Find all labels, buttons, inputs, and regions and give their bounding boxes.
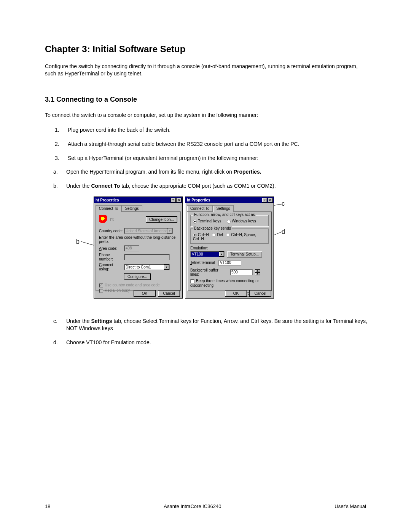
area-code-label: Area code:	[99, 246, 123, 251]
substep-letter: c.	[53, 318, 57, 325]
step-1: 1. Plug power cord into the back of the …	[55, 126, 369, 134]
substep-c: c. Under the Settings tab, choose Select…	[53, 318, 369, 332]
checkbox-icon	[190, 279, 194, 283]
country-dropdown[interactable]: United States of America (1) ▾	[124, 228, 173, 234]
radio-ctrlh[interactable]: Ctrl+H	[193, 233, 210, 237]
tab-connect-to[interactable]: Connect To	[96, 205, 121, 212]
substep-d: d. Choose VT100 for Emulation mode.	[53, 339, 369, 346]
dialog-ht-properties-settings: ht Properties ? × Connect To Settings Fu…	[185, 197, 274, 299]
tabpanel-settings: Function, arrow, and ctrl keys act as Te…	[187, 211, 272, 291]
substep-text: Choose VT100 for Emulation mode.	[66, 339, 151, 345]
text-fragment: tab, choose the appropriate COM port (su…	[120, 183, 276, 189]
radio-del[interactable]: Del	[212, 233, 224, 237]
substep-letter: b.	[53, 182, 58, 190]
text-fragment: Open the HyperTerminal program, and from…	[66, 169, 234, 175]
ok-button[interactable]: OK	[225, 290, 247, 297]
backscroll-label: Backscroll buffer lines:	[190, 268, 228, 276]
radio-icon	[193, 220, 197, 224]
connection-name: ht	[110, 217, 113, 222]
step-number: 3.	[55, 155, 59, 162]
titlebar-text: ht Properties	[96, 198, 119, 202]
numbered-steps: 1. Plug power cord into the back of the …	[55, 126, 369, 162]
text-fragment: Under the	[66, 183, 91, 189]
emulation-dropdown[interactable]: VT100 ▾	[190, 251, 225, 257]
substep-text: Under the Settings tab, choose Select Te…	[66, 318, 367, 331]
checkbox-label: Beep three times when connecting or disc…	[190, 279, 259, 288]
connect-using-dropdown[interactable]: Direct to Com1 ▾	[124, 264, 170, 270]
cancel-button[interactable]: Cancel	[249, 290, 271, 297]
checkbox-icon: ✓	[99, 283, 103, 288]
country-value: United States of America (1)	[124, 229, 167, 233]
tab-settings[interactable]: Settings	[121, 205, 142, 211]
emulation-value: VT100	[191, 252, 219, 256]
checkbox-label: Use country code and area code	[105, 283, 160, 287]
help-icon[interactable]: ?	[262, 198, 267, 203]
bold-fragment: Settings	[91, 318, 112, 324]
area-code-hint: Enter the area code without the long-dis…	[99, 235, 177, 244]
phone-number-label: Phone number:	[99, 253, 123, 261]
step-text: Plug power cord into the back of the swi…	[68, 127, 170, 133]
footer-right: User's Manual	[335, 503, 366, 509]
phone-number-field[interactable]	[124, 254, 170, 260]
beep-checkbox[interactable]: Beep three times when connecting or disc…	[190, 279, 269, 288]
tabpanel-connect-to: ht Change Icon... Country code: United S…	[96, 211, 181, 291]
step-3: 3. Set up a HyperTerminal (or equivalent…	[55, 155, 369, 162]
configure-button[interactable]: Configure...	[124, 273, 151, 280]
step-number: 2.	[55, 141, 59, 148]
substep-b: b. Under the Connect To tab, choose the …	[53, 182, 369, 190]
radio-label: Ctrl+H	[198, 233, 209, 237]
connection-icon	[99, 215, 108, 224]
chevron-down-icon[interactable]: ▾	[219, 251, 224, 257]
titlebar: ht Properties ? ×	[94, 197, 182, 203]
radio-label: Terminal keys	[198, 219, 221, 223]
terminal-setup-button[interactable]: Terminal Setup...	[227, 251, 262, 257]
change-icon-button[interactable]: Change Icon...	[146, 216, 177, 223]
connect-using-label: Connect using:	[99, 263, 123, 271]
titlebar-text: ht Properties	[187, 198, 210, 202]
substep-text: Under the Connect To tab, choose the app…	[66, 183, 276, 189]
checkbox-icon	[99, 289, 103, 293]
bold-fragment: Properties.	[234, 169, 261, 175]
telnet-terminal-label: Telnet terminal	[190, 260, 216, 265]
chevron-down-icon[interactable]: ▾	[164, 264, 169, 270]
radio-icon	[212, 233, 216, 237]
help-icon[interactable]: ?	[170, 198, 176, 203]
text-fragment: Under the	[66, 318, 91, 324]
connect-using-value: Direct to Com1	[124, 265, 164, 269]
group-legend: Backspace key sends	[193, 226, 232, 230]
group-backspace: Backspace key sends Ctrl+H Del Ctrl+H, S…	[190, 228, 269, 244]
spinner-down-icon[interactable]: ▾	[255, 272, 260, 275]
radio-terminal-keys[interactable]: Terminal keys	[193, 219, 222, 223]
group-function-keys: Function, arrow, and ctrl keys act as Te…	[190, 215, 269, 226]
substeps: a. Open the HyperTerminal program, and f…	[53, 168, 369, 190]
spinner-up-icon[interactable]: ▴	[255, 269, 260, 272]
callout-b: b	[76, 238, 80, 245]
chapter-heading: Chapter 3: Initial Software Setup	[45, 44, 369, 54]
tab-settings[interactable]: Settings	[213, 205, 233, 212]
telnet-terminal-field[interactable]: VT100	[218, 260, 241, 266]
close-icon[interactable]: ×	[176, 198, 182, 203]
section-heading: 3.1 Connecting to a Console	[45, 96, 369, 104]
section-lead: To connect the switch to a console or co…	[45, 112, 369, 118]
substep-letter: a.	[53, 168, 58, 176]
step-text: Set up a HyperTerminal (or equivalent te…	[68, 155, 258, 161]
ok-button[interactable]: OK	[134, 290, 156, 297]
tabstrip: Connect To Settings	[96, 204, 181, 211]
emulation-label: Emulation:	[190, 246, 269, 250]
country-label: Country code:	[99, 229, 123, 233]
area-code-field[interactable]: 408	[124, 245, 139, 251]
chevron-down-icon[interactable]: ▾	[167, 228, 172, 233]
cancel-button[interactable]: Cancel	[158, 290, 180, 297]
close-icon[interactable]: ×	[268, 198, 273, 203]
backscroll-field[interactable]: 500	[230, 269, 253, 275]
tabstrip: Connect To Settings	[187, 204, 272, 211]
titlebar: ht Properties ? ×	[185, 197, 274, 203]
radio-windows-keys[interactable]: Windows keys	[227, 219, 256, 223]
page-footer: 18 Asante IntraCore IC36240 User's Manua…	[0, 503, 411, 509]
substeps-continued: c. Under the Settings tab, choose Select…	[53, 318, 369, 346]
step-2: 2. Attach a straight-through serial cabl…	[55, 141, 369, 148]
tab-connect-to[interactable]: Connect To	[187, 205, 213, 211]
checkbox-label: Redial on busy	[105, 288, 130, 292]
dialog-figure: b c d ht Properties ? × Connect To Setti…	[45, 197, 369, 311]
radio-label: Del	[217, 233, 223, 237]
